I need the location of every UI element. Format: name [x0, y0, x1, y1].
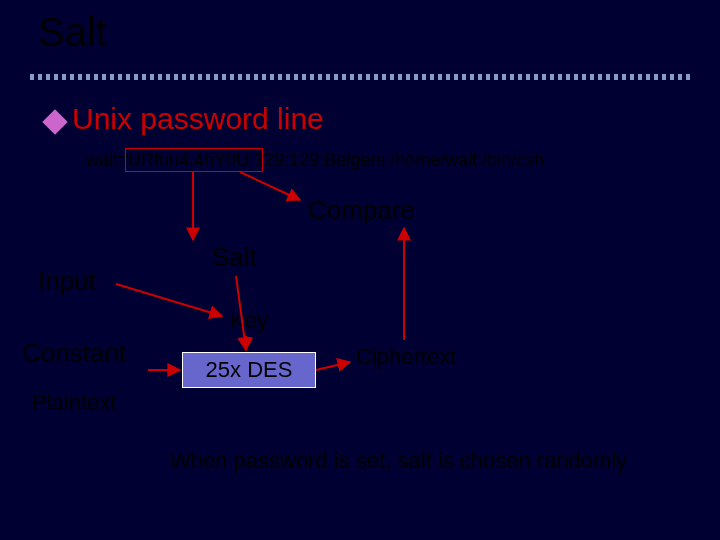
label-input: Input — [38, 266, 96, 297]
label-salt: Salt — [212, 242, 257, 273]
footnote: When password is set, salt is chosen ran… — [170, 448, 627, 474]
label-compare: Compare — [308, 195, 415, 226]
subheading: Unix password line — [72, 102, 324, 136]
label-ciphertext: Ciphertext — [356, 344, 456, 370]
salt-highlight-box — [125, 148, 263, 172]
label-constant: Constant — [22, 338, 126, 369]
label-key: Key — [230, 308, 268, 334]
slide-title: Salt — [38, 10, 107, 55]
label-plaintext: Plaintext — [32, 390, 116, 416]
divider — [30, 74, 690, 80]
des-box: 25x DES — [182, 352, 316, 388]
diamond-bullet-icon — [42, 109, 67, 134]
